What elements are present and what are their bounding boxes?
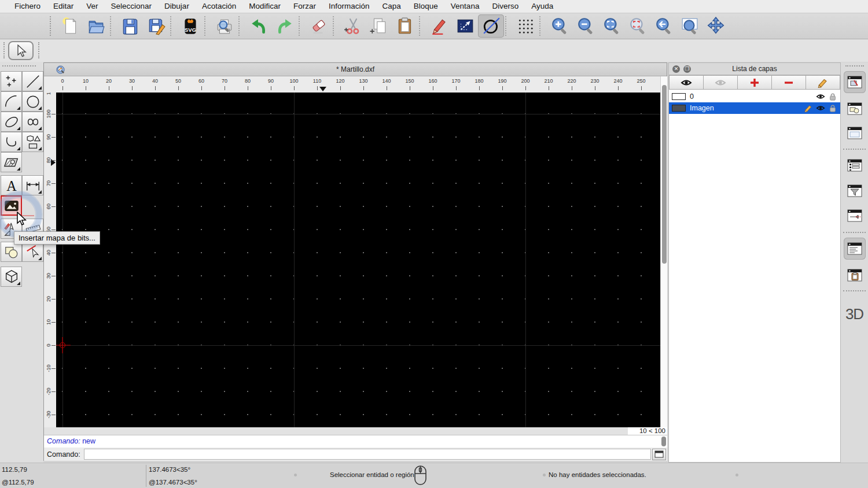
hatch-tool-button[interactable]: [1, 152, 22, 172]
ellipse-slash-button[interactable]: [478, 14, 504, 38]
origin-crosshair: [56, 337, 71, 354]
entity-list-dock-button[interactable]: [844, 154, 866, 176]
text-tool-button[interactable]: A: [1, 175, 22, 195]
command-widget-dock-button[interactable]: [844, 238, 866, 260]
line-pointer-button[interactable]: [452, 14, 478, 38]
dimension-tool-button[interactable]: [22, 175, 43, 195]
layer-row-imagen[interactable]: Imagen: [669, 102, 840, 114]
remove-layer-button[interactable]: [772, 75, 806, 90]
h-ruler-label: 140: [378, 78, 395, 84]
layer-lock-icon[interactable]: [828, 93, 837, 101]
spline-tool-button[interactable]: [22, 112, 43, 132]
layer-pencil-icon[interactable]: [804, 104, 813, 112]
toolbar-drag-handle[interactable]: [50, 16, 54, 36]
menu-seleccionar[interactable]: Seleccionar: [105, 0, 159, 13]
command-input[interactable]: [84, 449, 651, 460]
library-browser-dock-button[interactable]: [844, 122, 866, 144]
menu-ver[interactable]: Ver: [80, 0, 104, 13]
pen-settings-dock-button[interactable]: [844, 205, 866, 227]
export-svg-button[interactable]: SVG: [177, 14, 203, 38]
paste-button[interactable]: [392, 14, 418, 38]
menu-diverso[interactable]: Diverso: [486, 0, 525, 13]
zoom-pan-button[interactable]: [703, 14, 729, 38]
select-deselect-tool-button[interactable]: [22, 242, 43, 262]
open-file-icon: [87, 17, 105, 35]
zoom-previous-button[interactable]: [650, 14, 676, 38]
layer-list-dock-button[interactable]: [844, 71, 866, 93]
new-file-button[interactable]: [57, 14, 83, 38]
h-ruler-label: 30: [123, 78, 141, 84]
zoom-auto-button[interactable]: [598, 14, 624, 38]
dock-drag-handle[interactable]: [845, 65, 864, 66]
polyline-tool-button[interactable]: [1, 132, 22, 152]
menu-editar[interactable]: Editar: [47, 0, 80, 13]
hide-all-eye-button[interactable]: [704, 75, 738, 90]
menu-acotación[interactable]: Acotación: [196, 0, 242, 13]
edit-layer-button[interactable]: [806, 75, 840, 90]
toolbar-drag-handle[interactable]: [3, 42, 5, 58]
block-tool-button[interactable]: [1, 242, 22, 262]
toolbar-drag-handle[interactable]: [38, 42, 39, 58]
3d-box-tool-button[interactable]: [1, 267, 22, 287]
line-tool-button[interactable]: [22, 71, 43, 91]
submenu-corner: [17, 106, 20, 110]
layer-eye-icon[interactable]: [816, 93, 825, 101]
zoom-out-button[interactable]: [572, 14, 598, 38]
pen-edit-icon: [430, 17, 448, 35]
menu-bloque[interactable]: Bloque: [407, 0, 444, 13]
block-list-dock-button[interactable]: [844, 98, 866, 120]
select-tool-button[interactable]: [8, 41, 34, 60]
menu-ventana[interactable]: Ventana: [444, 0, 486, 13]
submenu-corner: [17, 127, 20, 130]
points-tool-button[interactable]: [1, 71, 22, 91]
layer-lock-icon[interactable]: [828, 104, 837, 112]
zoom-redraw-button[interactable]: [624, 14, 650, 38]
eraser-icon: [310, 17, 328, 35]
palette-drag-handle[interactable]: [2, 65, 36, 66]
menu-ayuda[interactable]: Ayuda: [525, 0, 560, 13]
add-layer-button[interactable]: [738, 75, 772, 90]
grid-meta-line: [56, 114, 660, 114]
close-icon[interactable]: ✕: [672, 65, 680, 73]
h-ruler-label: 70: [216, 78, 233, 84]
save-as-button[interactable]: [143, 14, 169, 38]
copy-button[interactable]: [366, 14, 392, 38]
menu-dibujar[interactable]: Dibujar: [158, 0, 196, 13]
menu-modificar[interactable]: Modificar: [242, 0, 287, 13]
redo-button[interactable]: [271, 14, 297, 38]
show-all-eye-button[interactable]: [669, 75, 704, 90]
drawing-canvas[interactable]: [56, 93, 660, 427]
eraser-button[interactable]: [306, 14, 332, 38]
drawing-window-titlebar[interactable]: * Martillo.dxf: [44, 63, 667, 76]
undo-button[interactable]: [245, 14, 271, 38]
selection-filter-dock-button[interactable]: [844, 180, 866, 202]
pen-edit-button[interactable]: [426, 14, 452, 38]
circle-tool-button[interactable]: [22, 91, 43, 112]
print-preview-button[interactable]: [211, 14, 237, 38]
float-panel-icon[interactable]: ❐: [683, 65, 691, 73]
command-options-button[interactable]: [652, 449, 666, 460]
menu-información[interactable]: Información: [322, 0, 376, 13]
library-browser-icon: [847, 125, 863, 141]
save-button[interactable]: [117, 14, 143, 38]
vertical-scrollbar-thumb[interactable]: [662, 85, 667, 264]
cut-button[interactable]: [340, 14, 366, 38]
ellipse-tool-button[interactable]: [1, 112, 22, 132]
open-file-button[interactable]: [83, 14, 109, 38]
grid-dots-button[interactable]: [512, 14, 538, 38]
vertical-scrollbar[interactable]: [660, 76, 667, 427]
menu-fichero[interactable]: Fichero: [8, 0, 47, 13]
3d-view-button[interactable]: 3D: [841, 305, 868, 323]
toolbar-separator: [333, 16, 339, 36]
zoom-window-button[interactable]: [676, 14, 703, 38]
arc-tool-button[interactable]: [1, 91, 22, 112]
clipboard-content-dock-button[interactable]: [844, 264, 866, 286]
menu-forzar[interactable]: Forzar: [287, 0, 322, 13]
zoom-in-button[interactable]: [546, 14, 572, 38]
history-scrollbar-thumb[interactable]: [661, 437, 666, 446]
shapes-tool-button[interactable]: [22, 132, 43, 152]
layer-eye-icon[interactable]: [816, 104, 825, 112]
menu-capa[interactable]: Capa: [376, 0, 407, 13]
layer-row-0[interactable]: 0: [669, 91, 840, 102]
horizontal-scrollbar[interactable]: 10 < 100: [44, 427, 667, 435]
